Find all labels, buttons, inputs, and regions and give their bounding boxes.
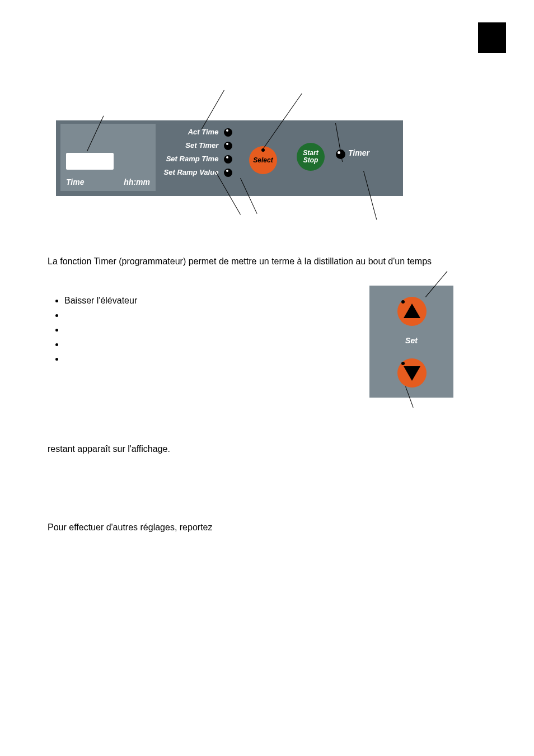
- set-panel: Set: [369, 286, 453, 398]
- timer-label: Timer: [348, 148, 369, 157]
- paragraph-2: restant apparaît sur l'affichage.: [48, 442, 495, 456]
- list-item: [64, 352, 336, 366]
- led-dot-icon: [224, 128, 232, 137]
- list-item: [64, 338, 336, 351]
- led-set-ramp-time: Set Ramp Time: [151, 155, 232, 164]
- triangle-up-icon: [404, 304, 420, 318]
- time-label: Time: [66, 178, 84, 186]
- set-label: Set: [369, 336, 453, 345]
- led-dot-icon: [224, 142, 232, 150]
- triangle-down-icon: [404, 366, 420, 381]
- time-display-block: Time hh:mm: [60, 124, 156, 191]
- led-dot-icon: [224, 155, 232, 164]
- page-number-box: [478, 22, 506, 53]
- hhmm-label: hh:mm: [124, 178, 150, 186]
- led-set-timer: Set Timer: [165, 141, 232, 150]
- set-timer-label: Set Timer: [185, 141, 218, 150]
- led-act-time: Act Time: [165, 128, 232, 137]
- time-display: [66, 153, 114, 170]
- list-item: Baisser l'élévateur: [64, 294, 336, 307]
- act-time-label: Act Time: [188, 128, 219, 136]
- select-button-label: Select: [253, 156, 273, 164]
- bullet-list: Baisser l'élévateur: [56, 294, 336, 367]
- set-ramp-time-label: Set Ramp Time: [166, 155, 219, 163]
- leader-line: [425, 271, 447, 297]
- down-button[interactable]: [397, 358, 427, 388]
- up-button[interactable]: [397, 297, 427, 326]
- list-item: [64, 309, 336, 322]
- start-stop-button[interactable]: Start Stop: [297, 143, 325, 171]
- timer-panel-figure: Time hh:mm Act Time Set Timer Set Ramp T…: [56, 87, 459, 227]
- start-stop-button-label: Start Stop: [303, 150, 318, 164]
- paragraph-3: Pour effectuer d'autres réglages, report…: [48, 521, 495, 534]
- paragraph-1: La fonction Timer (programmateur) permet…: [48, 255, 495, 268]
- led-set-ramp-value: Set Ramp Value: [151, 168, 232, 177]
- set-ramp-value-label: Set Ramp Value: [164, 168, 219, 176]
- select-button[interactable]: Select: [249, 146, 277, 174]
- led-dot-icon: [224, 169, 232, 177]
- leader-line: [405, 386, 414, 408]
- list-item: [64, 323, 336, 337]
